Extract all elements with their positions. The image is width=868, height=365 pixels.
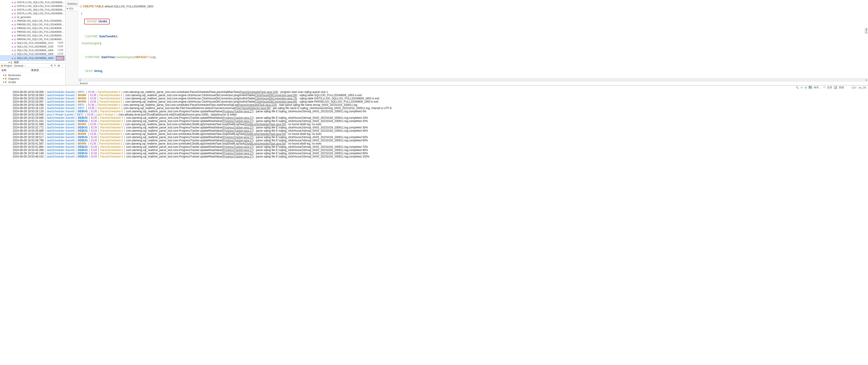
tab-ddl[interactable]: DDL (66, 6, 78, 11)
project-item-label: Bookmarks (8, 74, 21, 77)
log-source-link[interactable]: ParseScheduledTask.java:224 (239, 103, 276, 107)
tree-row[interactable]: ▸▤DISTILLLOG_SQLLOG_FULL20240609_1804 (0, 0, 65, 4)
tree-toggle-icon[interactable]: ▸ (11, 8, 14, 11)
tree-row[interactable]: ▸▤DISTILLLOG_SQLLOG_FULL20240609_1809 (0, 8, 65, 11)
tree-toggle-icon[interactable]: ▸ (11, 56, 14, 60)
log-source-link[interactable]: ParseScheduledTask.java:104 (240, 90, 277, 94)
project-tree-item[interactable]: ▸▮Diagrams (0, 77, 65, 80)
log-source-link[interactable]: ProgressTracker.java:27 (223, 148, 253, 152)
tree-toggle-icon[interactable]: ▸ (11, 27, 14, 30)
project-settings-icon[interactable]: ⚙ (50, 64, 54, 67)
tree-item-label: SQLLOG_FULL20240609_1853 (17, 56, 56, 60)
tree-row[interactable]: ▸▤DISTILLLOG_SQLLOG_FULL20240609_1853 (0, 11, 65, 15)
side-tab-wind[interactable]: Wind (864, 28, 868, 34)
db-tree[interactable]: ▸▤DISTILLLOG_SQLLOG_FULL20240609_1804▸▤D… (0, 0, 65, 63)
tree-toggle-icon[interactable]: ▸ (11, 52, 14, 56)
tree-row[interactable]: ▸▤SQLLOG_FULL20240609_1212118M (0, 41, 65, 45)
log-source-link[interactable]: DistillLogScheduledTask.java:50 (245, 132, 285, 136)
tree-toggle-icon[interactable]: ▸ (11, 45, 14, 48)
sb-restore-icon[interactable]: ↺ (823, 86, 826, 89)
log-source-link[interactable]: ProgressTracker.java:27 (223, 110, 253, 113)
log-source-link[interactable]: ClickHouseDbConnection.java:75 (255, 97, 296, 100)
project-bar: ▣ Project - General × ⚙ ↻ ▤ ⋮ (0, 63, 65, 68)
tree-toggle-icon[interactable]: ▸ (8, 61, 10, 63)
log-source-link[interactable]: ProgressTracker.java:27 (223, 139, 253, 142)
log-source-link[interactable]: ProgressTracker.java:27 (223, 145, 253, 148)
tree-row[interactable]: ▸▤PARSELOG_SQLLOG_FULL20240609_1807 (0, 30, 65, 34)
project-close-icon[interactable]: × (24, 64, 26, 67)
log-source-link[interactable]: ProgressTracker.java:27 (223, 136, 253, 139)
tree-toggle-icon[interactable]: ▸ (11, 19, 14, 22)
tree-row[interactable]: ▸▤PARSELOG_SQLLOG_FULL20240609_1212 (0, 19, 65, 23)
log-source-link[interactable]: ProgressTracker.java:27 (223, 116, 253, 119)
log-source-link[interactable]: DistillLogScheduledTask.java:50 (245, 142, 285, 145)
tree-row[interactable]: ▸▤SQLLOG_FULL20240609_1220153M (0, 45, 65, 49)
table-icon: ▤ (14, 30, 17, 33)
tree-row[interactable]: ▸▤PARSELOG_SQLLOG_FULL20240609_1220 (0, 23, 65, 26)
sb-open-icon[interactable]: ▤ (804, 86, 807, 89)
sb-search-icon[interactable]: 🔍 (795, 86, 799, 89)
log-source-link[interactable]: ProgressTracker.java:27 (223, 155, 253, 158)
tree-row[interactable]: ▸▮视图 (0, 60, 65, 63)
log-source-link[interactable]: ProgressTracker.java:27 (223, 152, 253, 155)
tree-row[interactable]: ▸▤SQLLOG_FULL20240609_1853127M (0, 56, 65, 60)
log-source-link[interactable]: ClickHouseDbConnection.java:59 (255, 94, 296, 97)
log-source-link[interactable]: ClickHouseDbConnection.java:84 (255, 100, 296, 103)
tree-toggle-icon[interactable]: ▸ (3, 81, 5, 83)
tree-toggle-icon[interactable]: ▸ (11, 34, 14, 37)
tree-toggle-icon[interactable]: ▸ (11, 16, 14, 19)
tree-toggle-icon[interactable]: ▸ (11, 30, 14, 33)
project-tree[interactable]: ▸▮Bookmarks▸▮Diagrams▸▮Scripts (0, 73, 65, 85)
log-source-link[interactable]: DistillLogScheduledTask.java:50 (245, 123, 285, 126)
tree-row[interactable]: ▸▤PARSELOG_SQLLOG_FULL20240609_1809 (0, 34, 65, 37)
editor-horizontal-scrollbar[interactable]: ◂ ▸ (78, 78, 868, 81)
tree-row[interactable]: ▸▤DISTILLLOG_SQLLOG_FULL20240609_1807 (0, 4, 65, 8)
table-icon: ▤ (14, 37, 17, 41)
scroll-right-icon[interactable]: ▸ (865, 78, 868, 81)
tree-toggle-icon[interactable]: ▸ (11, 4, 14, 8)
log-source-link[interactable]: FileCharsetDetector.java:56 (236, 107, 270, 110)
log-source-link[interactable]: ProgressTracker.java:27 (223, 119, 253, 123)
ddl-code-area[interactable]: ⊟CREATE TABLE default.SQLLOG_FULL2024060… (78, 0, 868, 78)
tree-toggle-icon[interactable]: ▸ (11, 1, 14, 4)
sb-refresh-label[interactable]: 刷新 (839, 86, 844, 89)
tree-item-label: PARSELOG_SQLLOG_FULL20240609_1804 (17, 27, 65, 30)
tree-toggle-icon[interactable]: ▸ (11, 23, 14, 26)
log-source-link[interactable]: ProgressTracker.java:27 (223, 126, 253, 129)
project-view-icon[interactable]: ▤ (57, 64, 61, 67)
tree-toggle-icon[interactable]: ▸ (11, 12, 14, 15)
tree-row[interactable]: ▸▤SQLLOG_FULL20240609_1804114M (0, 49, 65, 52)
tree-toggle-icon[interactable]: ▸ (3, 77, 5, 80)
top-row: ▸▤DISTILLLOG_SQLLOG_FULL20240609_1804▸▤D… (0, 0, 868, 85)
tree-toggle-icon[interactable]: ▸ (11, 41, 14, 45)
sb-save-icon[interactable]: 💾 (808, 86, 812, 89)
tab-statistics[interactable]: Statistics (66, 1, 78, 6)
log-line: 2024-06-09 18:53:31.566 | taskScheduler-… (13, 123, 868, 126)
tree-toggle-icon[interactable]: ▸ (3, 74, 5, 77)
tree-toggle-icon[interactable]: ▸ (11, 37, 14, 41)
project-refresh-icon[interactable]: ↻ (54, 64, 57, 67)
project-tree-item[interactable]: ▸▮Bookmarks (0, 73, 65, 77)
tree-row[interactable]: ▸▤id_generator (0, 15, 65, 19)
sb-save-label[interactable]: 保存… (813, 86, 822, 89)
col-sess: `SESS` (84, 69, 93, 73)
tree-toggle-icon[interactable]: ▸ (11, 49, 14, 52)
sb-copy-icon[interactable]: ⧉ (800, 86, 803, 89)
table-icon: ▤ (14, 45, 17, 48)
source-tab[interactable]: Source (78, 81, 868, 85)
scroll-left-icon[interactable]: ◂ (78, 78, 81, 81)
tree-item-label: PARSELOG_SQLLOG_FULL20240609_1853 (17, 37, 65, 41)
project-menu-icon[interactable]: ⋮ (61, 64, 64, 67)
log-source-link[interactable]: ProgressTracker.java:27 (223, 129, 253, 132)
tree-row[interactable]: ▸▤SQLLOG_FULL20240609_1809127M (0, 52, 65, 56)
tree-row[interactable]: ▸▤PARSELOG_SQLLOG_FULL20240609_1804 (0, 26, 65, 30)
table-icon: ▤ (14, 34, 17, 37)
sb-refresh-icon[interactable]: 🔃 (834, 86, 838, 89)
project-tree-item[interactable]: ▸▮Scripts (0, 80, 65, 84)
bullet-icon (67, 8, 68, 9)
tree-row[interactable]: ▸▤PARSELOG_SQLLOG_FULL20240609_1853 (0, 37, 65, 41)
log-console[interactable]: 2024-06-09 18:53:28.000 | taskScheduler-… (0, 89, 868, 365)
sb-restore-label[interactable]: 还原 (827, 86, 833, 89)
table-icon: ▤ (14, 23, 17, 26)
table-icon: ▤ (14, 12, 17, 15)
